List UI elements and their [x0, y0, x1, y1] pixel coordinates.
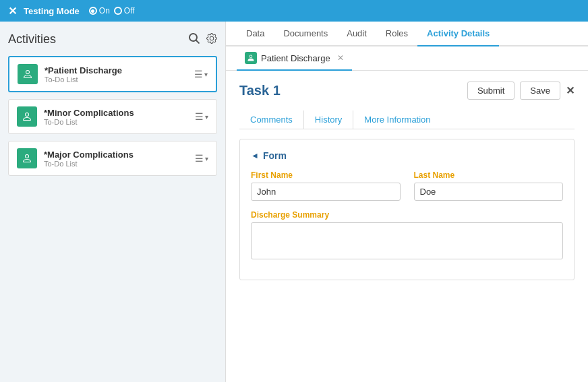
left-icons	[189, 33, 217, 46]
hamburger-icon: ☰	[194, 69, 203, 79]
collapse-arrow-icon[interactable]: ◄	[251, 151, 259, 160]
submit-button[interactable]: Submit	[467, 82, 514, 100]
chevron-down-icon-minor: ▾	[205, 113, 208, 121]
tab-documents[interactable]: Documents	[274, 22, 337, 46]
form-section: ◄ Form First Name Last Name	[239, 139, 575, 280]
last-name-input[interactable]	[414, 183, 564, 201]
activity-icon-patient-discharge	[18, 64, 38, 84]
activity-name-minor-complications: *Minor Complications	[44, 108, 188, 118]
activity-text-minor-complications: *Minor Complications To-Do List	[44, 108, 188, 126]
activity-icon-major-complications	[17, 148, 37, 168]
form-row-names: First Name Last Name	[251, 170, 563, 201]
first-name-input[interactable]	[251, 183, 401, 201]
tab-data[interactable]: Data	[237, 22, 274, 46]
chevron-down-icon-major: ▾	[205, 155, 208, 162]
save-button[interactable]: Save	[520, 82, 560, 100]
activity-menu-patient-discharge[interactable]: ☰ ▾	[194, 69, 208, 79]
task-area: Task 1 Submit Save ✕ Comments History Mo…	[226, 71, 588, 291]
activity-text-patient-discharge: *Patient Discharge To-Do List	[45, 65, 187, 84]
form-row-discharge: Discharge Summary	[251, 210, 563, 259]
sub-tab-icon	[245, 52, 257, 64]
tab-audit[interactable]: Audit	[337, 22, 376, 46]
testing-mode-title: Testing Mode	[24, 6, 80, 16]
radio-on[interactable]: On	[89, 6, 110, 15]
form-section-header: ◄ Form	[251, 150, 563, 161]
tab-activity-details[interactable]: Activity Details	[417, 22, 499, 46]
activity-sub-patient-discharge: To-Do List	[45, 75, 187, 84]
activity-name-major-complications: *Major Complications	[44, 150, 188, 160]
activity-sub-major-complications: To-Do List	[44, 160, 188, 168]
sub-tab-patient-discharge[interactable]: Patient Discharge ✕	[237, 46, 352, 71]
close-icon[interactable]: ✕	[8, 5, 17, 18]
form-field-last-name: Last Name	[414, 170, 564, 201]
sub-tab-close-icon[interactable]: ✕	[337, 53, 344, 63]
testing-mode-radio-group: On Off	[89, 6, 135, 15]
main-container: Activities *Patient Discharge To-Do List…	[0, 22, 588, 382]
activity-item-minor-complications[interactable]: *Minor Complications To-Do List ☰ ▾	[8, 99, 217, 134]
form-section-title: Form	[263, 150, 287, 161]
search-icon[interactable]	[189, 33, 200, 46]
discharge-summary-label: Discharge Summary	[251, 210, 563, 220]
left-header: Activities	[8, 32, 217, 46]
tab-roles[interactable]: Roles	[376, 22, 417, 46]
left-panel: Activities *Patient Discharge To-Do List…	[0, 22, 226, 382]
content-area: Patient Discharge ✕ Task 1 Submit Save ✕…	[226, 46, 588, 382]
right-panel: Data Documents Audit Roles Activity Deta…	[226, 22, 588, 382]
activity-sub-minor-complications: To-Do List	[44, 118, 188, 126]
activity-icon-minor-complications	[17, 106, 37, 127]
activity-text-major-complications: *Major Complications To-Do List	[44, 150, 188, 168]
radio-off-label: Off	[124, 6, 135, 15]
inner-tab-history[interactable]: History	[304, 110, 353, 129]
radio-off[interactable]: Off	[114, 6, 135, 15]
task-close-icon[interactable]: ✕	[566, 84, 575, 97]
inner-tab-bar: Comments History More Information	[239, 110, 575, 129]
settings-icon[interactable]	[206, 33, 217, 46]
activities-title: Activities	[8, 32, 56, 46]
form-field-discharge-summary: Discharge Summary	[251, 210, 563, 259]
form-field-first-name: First Name	[251, 170, 401, 201]
activity-menu-minor-complications[interactable]: ☰ ▾	[195, 111, 208, 122]
activity-menu-major-complications[interactable]: ☰ ▾	[195, 153, 208, 164]
task-actions: Submit Save ✕	[467, 82, 575, 100]
sub-tab-label: Patient Discharge	[261, 53, 330, 63]
hamburger-icon-minor: ☰	[195, 111, 204, 122]
radio-on-dot	[89, 7, 97, 15]
hamburger-icon-major: ☰	[195, 153, 204, 164]
radio-off-dot	[114, 7, 122, 15]
top-bar: ✕ Testing Mode On Off	[0, 0, 588, 22]
tab-bar: Data Documents Audit Roles Activity Deta…	[226, 22, 588, 46]
inner-tab-more-information[interactable]: More Information	[353, 110, 441, 129]
inner-tab-comments[interactable]: Comments	[239, 110, 304, 129]
task-title: Task 1	[239, 83, 281, 98]
sub-tab-bar: Patient Discharge ✕	[226, 46, 588, 71]
task-header: Task 1 Submit Save ✕	[239, 82, 575, 100]
activity-name-patient-discharge: *Patient Discharge	[45, 65, 187, 75]
discharge-summary-input[interactable]	[251, 222, 563, 259]
activity-item-major-complications[interactable]: *Major Complications To-Do List ☰ ▾	[8, 141, 217, 176]
radio-on-label: On	[99, 6, 110, 15]
first-name-label: First Name	[251, 170, 401, 180]
last-name-label: Last Name	[414, 170, 564, 180]
chevron-down-icon: ▾	[204, 71, 208, 78]
activity-item-patient-discharge[interactable]: *Patient Discharge To-Do List ☰ ▾	[8, 56, 217, 92]
